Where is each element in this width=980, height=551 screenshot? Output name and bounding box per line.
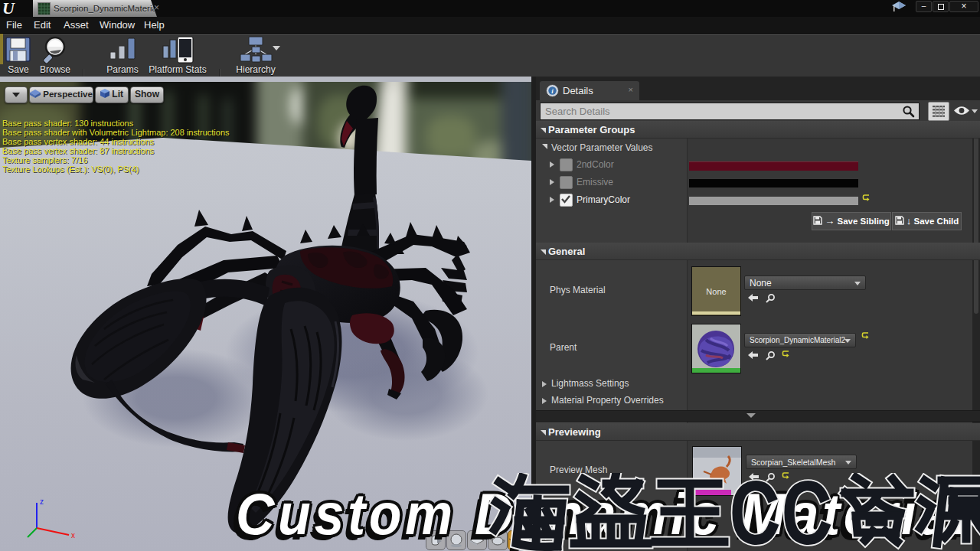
svg-text:x: x bbox=[71, 531, 75, 540]
svg-text:z: z bbox=[40, 497, 44, 506]
